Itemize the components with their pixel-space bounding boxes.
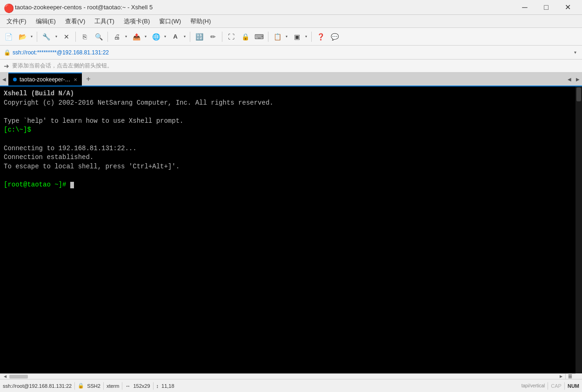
- address-lock-icon: 🔒: [4, 49, 11, 56]
- status-num: NUM: [568, 383, 579, 389]
- connected-text: Connection established.: [4, 153, 94, 161]
- status-size: 152x29: [133, 383, 150, 389]
- status-terminal-label: xterm: [107, 383, 120, 389]
- toolbar-separator-2: [75, 32, 76, 42]
- status-position: 11,18: [161, 383, 174, 389]
- tabs-nav-next[interactable]: ▶: [574, 73, 582, 86]
- terminal-scrollbar[interactable]: [575, 86, 582, 373]
- terminal-line-3: Type `help' to learn how to use Xshell p…: [4, 117, 578, 126]
- open-dropdown-arrow[interactable]: ▾: [29, 30, 34, 43]
- terminal-cursor: [70, 182, 74, 188]
- compose-button[interactable]: ✏: [207, 30, 220, 43]
- encoding-button[interactable]: 🔡: [193, 30, 206, 43]
- menu-window[interactable]: 窗口(W): [154, 15, 186, 27]
- print-dropdown[interactable]: 🖨 ▾: [110, 30, 129, 43]
- status-divider-6: [564, 382, 565, 390]
- connecting-text: Connecting to 192.168.81.131:22...: [4, 145, 137, 152]
- print-dropdown-arrow[interactable]: ▾: [123, 30, 129, 43]
- terminal-line-4: [c:\~]$: [4, 126, 578, 135]
- properties-dropdown-arrow[interactable]: ▾: [54, 30, 59, 43]
- close-button[interactable]: ✕: [557, 0, 578, 15]
- tab-add-button[interactable]: +: [82, 73, 95, 86]
- status-pos-icon: ↕: [156, 383, 159, 389]
- find-button[interactable]: 🔍: [92, 30, 105, 43]
- font-dropdown-arrow[interactable]: ▾: [182, 30, 187, 43]
- quick-commands-dropdown-arrow[interactable]: ▾: [284, 30, 289, 43]
- app-icon: 🔴: [4, 3, 12, 12]
- copy-button[interactable]: ⎘: [78, 30, 91, 43]
- status-right-text: tapi/vertical: [522, 383, 545, 388]
- status-divider-1: [74, 382, 75, 390]
- minimize-button[interactable]: ─: [514, 0, 535, 15]
- escape-text: To escape to local shell, press 'Ctrl+Al…: [4, 163, 180, 170]
- terminal-line-6: Connection established.: [4, 153, 578, 162]
- network-dropdown-arrow[interactable]: ▾: [162, 30, 168, 43]
- toolbar-separator-7: [311, 32, 312, 42]
- disconnect-button[interactable]: ✕: [60, 30, 73, 43]
- tabs-nav-prev[interactable]: ◀: [565, 73, 574, 86]
- address-dropdown-arrow[interactable]: ▾: [572, 49, 578, 56]
- open-dropdown[interactable]: 📂 ▾: [16, 30, 34, 43]
- scroll-left-btn[interactable]: ◀: [1, 375, 9, 379]
- title-bar: 🔴 taotao-zookeeper-centos - root@taotao:…: [0, 0, 582, 15]
- quick-commands-button[interactable]: 📋: [271, 30, 284, 43]
- status-divider-4: [153, 382, 154, 390]
- menu-help[interactable]: 帮助(H): [186, 15, 215, 27]
- new-session-button[interactable]: 📄: [2, 30, 15, 43]
- menu-edit[interactable]: 编辑(E): [31, 15, 60, 27]
- terminal-scrollbar-thumb[interactable]: [576, 87, 581, 101]
- font-dropdown[interactable]: A ▾: [169, 30, 187, 43]
- status-divider-2: [103, 382, 104, 390]
- lock-button[interactable]: 🔒: [239, 30, 252, 43]
- chat-button[interactable]: 💬: [328, 30, 341, 43]
- scroll-menu-button[interactable]: ☰: [565, 374, 575, 379]
- window-controls[interactable]: ─ □ ✕: [514, 0, 578, 15]
- transfer-dropdown[interactable]: 📤 ▾: [130, 30, 148, 43]
- help-button[interactable]: ❓: [314, 30, 327, 43]
- title-left: 🔴 taotao-zookeeper-centos - root@taotao:…: [4, 3, 153, 12]
- multi-exec-dropdown[interactable]: ▣ ▾: [290, 30, 309, 43]
- menu-file[interactable]: 文件(F): [2, 15, 31, 27]
- tab-1[interactable]: taotao-zookeeper-cen... ✕: [8, 73, 82, 86]
- status-caps: CAP: [551, 383, 562, 389]
- status-size-icon: ↔: [125, 383, 130, 389]
- network-dropdown[interactable]: 🌐 ▾: [149, 30, 168, 43]
- restore-button[interactable]: □: [535, 0, 557, 15]
- properties-button[interactable]: 🔧: [40, 30, 53, 43]
- tabs-nav-left[interactable]: ◀: [0, 73, 8, 86]
- terminal[interactable]: Xshell (Build N/A) Copyright (c) 2002-20…: [0, 86, 582, 373]
- open-button[interactable]: 📂: [16, 30, 29, 43]
- tabs-right-nav: ◀ ▶: [565, 73, 582, 86]
- status-lock-icon: 🔒: [78, 383, 84, 389]
- terminal-line-7: To escape to local shell, press 'Ctrl+Al…: [4, 162, 578, 172]
- terminal-line-blank-3: [4, 171, 578, 180]
- font-button[interactable]: A: [169, 30, 182, 43]
- multi-exec-dropdown-arrow[interactable]: ▾: [303, 30, 309, 43]
- transfer-dropdown-arrow[interactable]: ▾: [143, 30, 148, 43]
- keyboard-button[interactable]: ⌨: [253, 30, 266, 43]
- horizontal-scrollbar[interactable]: ◀ ▶ ☰: [0, 373, 575, 379]
- menu-tools[interactable]: 工具(T): [90, 15, 119, 27]
- toolbar-separator-6: [268, 32, 268, 42]
- window-title: taotao-zookeeper-centos - root@taotao:~ …: [15, 4, 153, 11]
- status-connection: ssh://root@192.168.81.131:22: [3, 383, 72, 389]
- multi-exec-button[interactable]: ▣: [290, 30, 303, 43]
- hint-text: 要添加当前会话，点击左侧的箭头按钮。: [12, 62, 113, 70]
- menu-tabs[interactable]: 选项卡(B): [119, 15, 154, 27]
- toolbar-separator-3: [107, 32, 108, 42]
- quick-commands-dropdown[interactable]: 📋 ▾: [271, 30, 289, 43]
- scrollbar-thumb[interactable]: [9, 375, 28, 379]
- help-hint: Type `help' to learn how to use Xshell p…: [4, 117, 183, 125]
- address-input[interactable]: [13, 49, 572, 56]
- copyright-text: Copyright (c) 2002-2016 NetSarang Comput…: [4, 99, 274, 106]
- status-bar: ssh://root@192.168.81.131:22 🔒 SSH2 xter…: [0, 379, 582, 392]
- tab-close-button[interactable]: ✕: [74, 77, 77, 82]
- hint-icon: ➜: [4, 62, 9, 70]
- network-button[interactable]: 🌐: [149, 30, 162, 43]
- status-divider-5: [548, 382, 548, 390]
- fullscreen-button[interactable]: ⛶: [225, 30, 238, 43]
- scroll-right-btn[interactable]: ▶: [557, 375, 565, 379]
- print-button[interactable]: 🖨: [110, 30, 123, 43]
- menu-view[interactable]: 查看(V): [60, 15, 90, 27]
- transfer-button[interactable]: 📤: [130, 30, 143, 43]
